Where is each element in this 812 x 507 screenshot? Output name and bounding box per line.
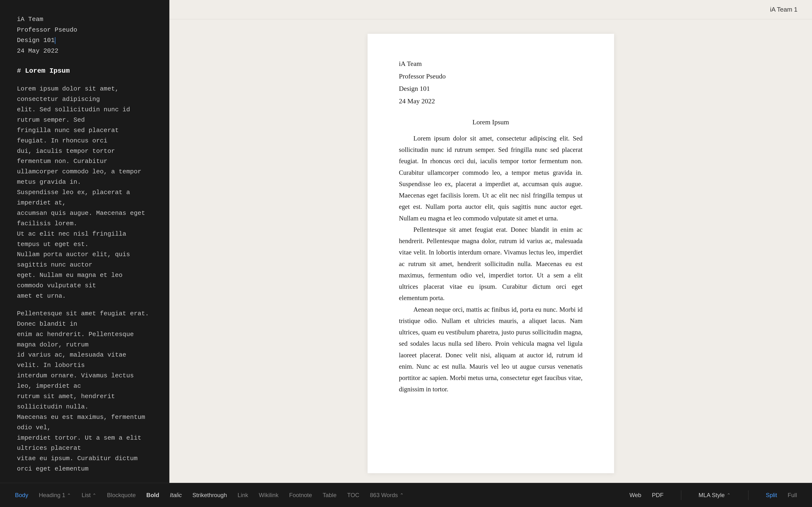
meta-team: iA Team <box>17 14 152 24</box>
preview-meta: iA Team Professor Pseudo Design 101 24 M… <box>399 58 582 107</box>
preview-inner: iA Team Professor Pseudo Design 101 24 M… <box>169 19 812 483</box>
toolbar-italic[interactable]: Italic <box>164 490 187 501</box>
toolbar-left: Body Heading 1 ⌃ List ⌃ Blockquote Bold … <box>10 490 624 501</box>
toolbar-wikilink[interactable]: Wikilink <box>254 490 284 501</box>
heading-text: Lorem Ipsum <box>25 67 70 74</box>
toolbar-split-full: Split Full <box>761 490 802 501</box>
toolbar-heading1-label: Heading 1 <box>39 492 65 498</box>
preview-topbar: iA Team 1 <box>169 0 812 19</box>
toolbar-divider-2 <box>748 490 749 500</box>
toolbar-word-count[interactable]: 863 Words ⌃ <box>365 490 409 501</box>
meta-design: Design 101 <box>17 36 152 46</box>
toolbar-toc[interactable]: TOC <box>342 490 364 501</box>
preview-meta-team: iA Team <box>399 58 582 69</box>
preview-meta-date: 24 May 2022 <box>399 95 582 107</box>
editor-paragraph-1: Lorem ipsum dolor sit amet, consectetur … <box>17 84 152 301</box>
preview-paragraph-3: Aenean neque orci, mattis ac finibus id,… <box>399 304 582 395</box>
toolbar-full-button[interactable]: Full <box>782 490 802 501</box>
toolbar-blockquote[interactable]: Blockquote <box>102 490 141 501</box>
words-chevron-icon: ⌃ <box>400 492 404 498</box>
word-count-label: 863 Words <box>370 492 398 499</box>
editor-panel: iA Team Professor Pseudo Design 101 24 M… <box>0 0 169 483</box>
style-chevron-icon: ⌃ <box>727 492 731 498</box>
heading-hash: # <box>17 67 25 74</box>
text-cursor <box>55 37 55 44</box>
toolbar-style-label: MLA Style <box>699 492 725 499</box>
toolbar-list-label: List <box>82 492 91 498</box>
meta-professor: Professor Pseudo <box>17 25 152 35</box>
toolbar-body[interactable]: Body <box>10 490 34 501</box>
toolbar-link[interactable]: Link <box>232 490 254 501</box>
preview-body: Lorem ipsum dolor sit amet, consectetur … <box>399 133 582 395</box>
editor-meta: iA Team Professor Pseudo Design 101 24 M… <box>17 14 152 56</box>
toolbar-list[interactable]: List ⌃ <box>77 490 102 501</box>
toolbar-view-pdf[interactable]: PDF <box>647 490 669 501</box>
heading1-chevron-icon: ⌃ <box>67 493 71 498</box>
preview-page: iA Team Professor Pseudo Design 101 24 M… <box>367 34 614 473</box>
preview-section-title: Lorem Ipsum <box>399 116 582 128</box>
toolbar-right: Web PDF MLA Style ⌃ Split Full <box>624 490 802 501</box>
toolbar-bold[interactable]: Bold <box>141 490 164 501</box>
meta-date: 24 May 2022 <box>17 46 152 56</box>
preview-panel: iA Team 1 iA Team Professor Pseudo Desig… <box>169 0 812 483</box>
editor-paragraph-2: Pellentesque sit amet feugiat erat. Done… <box>17 308 152 474</box>
bottom-toolbar: Body Heading 1 ⌃ List ⌃ Blockquote Bold … <box>0 483 812 507</box>
preview-topbar-title: iA Team 1 <box>770 6 798 13</box>
toolbar-strikethrough[interactable]: Strikethrough <box>187 490 232 501</box>
preview-paragraph-1: Lorem ipsum dolor sit amet, consectetur … <box>399 133 582 224</box>
toolbar-split-button[interactable]: Split <box>761 490 782 501</box>
toolbar-style[interactable]: MLA Style ⌃ <box>693 490 736 501</box>
toolbar-view-web[interactable]: Web <box>624 490 647 501</box>
editor-body[interactable]: Lorem ipsum dolor sit amet, consectetur … <box>17 84 152 474</box>
toolbar-heading1[interactable]: Heading 1 ⌃ <box>34 490 77 501</box>
list-chevron-icon: ⌃ <box>92 493 96 498</box>
preview-meta-professor: Professor Pseudo <box>399 70 582 82</box>
toolbar-footnote[interactable]: Footnote <box>284 490 317 501</box>
preview-paragraph-2: Pellentesque sit amet feugiat erat. Done… <box>399 224 582 304</box>
preview-meta-design: Design 101 <box>399 83 582 95</box>
toolbar-table[interactable]: Table <box>317 490 342 501</box>
toolbar-view-group: Web PDF <box>624 490 669 501</box>
editor-heading: # Lorem Ipsum <box>17 66 152 76</box>
